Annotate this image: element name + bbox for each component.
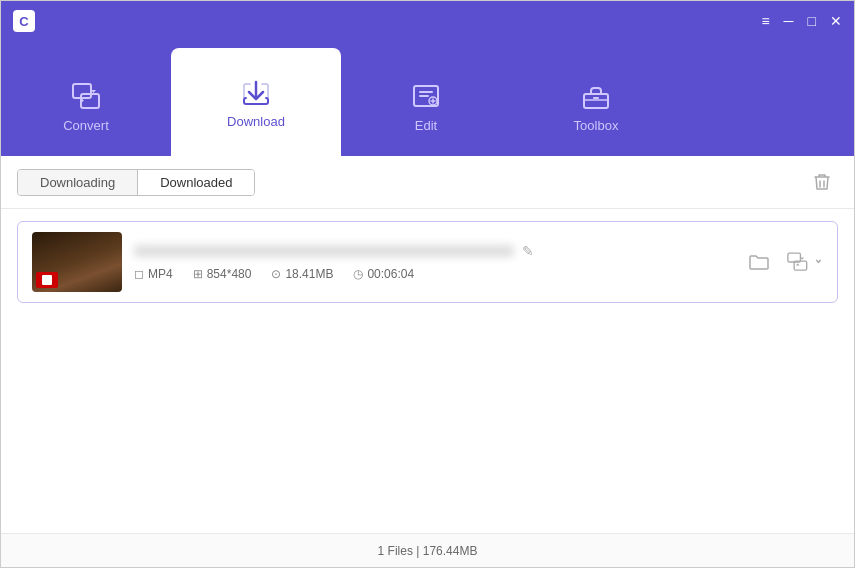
svg-rect-8: [584, 94, 608, 108]
nav-tabs: Convert Download Edit: [1, 41, 854, 156]
file-resolution: 854*480: [207, 267, 252, 281]
app-window: C ≡ ─ □ ✕ Convert: [0, 0, 855, 568]
file-list: ✎ ◻ MP4 ⊞ 854*480 ⊙ 18.41MB: [1, 209, 854, 533]
downloaded-tab[interactable]: Downloaded: [138, 170, 254, 195]
file-duration: 00:06:04: [367, 267, 414, 281]
window-controls: ≡ ─ □ ✕: [761, 14, 842, 28]
open-folder-button[interactable]: [741, 244, 777, 280]
minimize-button[interactable]: ─: [784, 14, 794, 28]
file-title-blur: [134, 245, 514, 257]
app-logo: C: [13, 10, 35, 32]
sub-tabs-bar: Downloading Downloaded: [1, 156, 854, 209]
meta-resolution: ⊞ 854*480: [193, 267, 252, 281]
content-area: Downloading Downloaded: [1, 156, 854, 567]
download-tab-label: Download: [227, 114, 285, 129]
channel-badge: [36, 272, 58, 288]
download-icon: [240, 76, 272, 108]
status-bar: 1 Files | 176.44MB: [1, 533, 854, 567]
dropdown-chevron-icon: [814, 254, 823, 270]
format-icon: ◻: [134, 267, 144, 281]
file-actions: [741, 244, 823, 280]
title-bar: C ≡ ─ □ ✕: [1, 1, 854, 41]
convert-icon: [70, 80, 102, 112]
file-size: 18.41MB: [285, 267, 333, 281]
tab-convert[interactable]: Convert: [1, 56, 171, 156]
file-thumbnail: [32, 232, 122, 292]
table-row: ✎ ◻ MP4 ⊞ 854*480 ⊙ 18.41MB: [17, 221, 838, 303]
file-title-row: ✎: [134, 243, 729, 259]
channel-badge-icon: [42, 275, 52, 285]
convert-tab-label: Convert: [63, 118, 109, 133]
sub-tabs: Downloading Downloaded: [17, 169, 255, 196]
file-format: MP4: [148, 267, 173, 281]
toolbox-icon: [580, 80, 612, 112]
convert-action-button[interactable]: [787, 244, 823, 280]
duration-icon: ◷: [353, 267, 363, 281]
file-meta: ◻ MP4 ⊞ 854*480 ⊙ 18.41MB ◷: [134, 267, 729, 281]
size-icon: ⊙: [271, 267, 281, 281]
tab-download[interactable]: Download: [171, 48, 341, 156]
meta-size: ⊙ 18.41MB: [271, 267, 333, 281]
status-text: 1 Files | 176.44MB: [378, 544, 478, 558]
resolution-icon: ⊞: [193, 267, 203, 281]
meta-duration: ◷ 00:06:04: [353, 267, 414, 281]
file-info: ✎ ◻ MP4 ⊞ 854*480 ⊙ 18.41MB: [134, 243, 729, 281]
tab-toolbox[interactable]: Toolbox: [511, 56, 681, 156]
tab-edit[interactable]: Edit: [341, 56, 511, 156]
edit-tab-label: Edit: [415, 118, 437, 133]
toolbox-tab-label: Toolbox: [574, 118, 619, 133]
maximize-button[interactable]: □: [808, 14, 816, 28]
folder-icon: [747, 250, 771, 274]
trash-icon: [811, 171, 833, 193]
file-rename-button[interactable]: ✎: [522, 243, 534, 259]
convert-action-icon: [787, 250, 812, 274]
meta-format: ◻ MP4: [134, 267, 173, 281]
close-button[interactable]: ✕: [830, 14, 842, 28]
downloading-tab[interactable]: Downloading: [18, 170, 138, 195]
delete-all-button[interactable]: [806, 166, 838, 198]
menu-icon[interactable]: ≡: [761, 14, 769, 28]
edit-icon: [410, 80, 442, 112]
